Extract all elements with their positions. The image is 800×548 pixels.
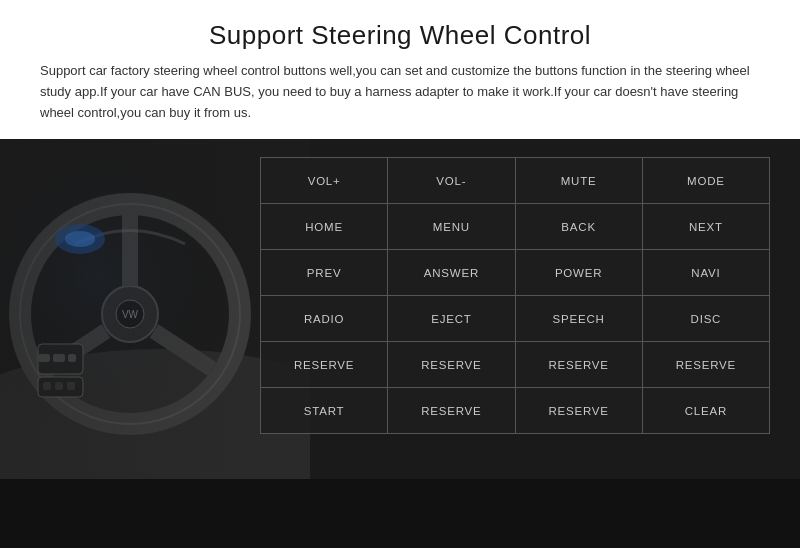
table-cell: MODE <box>642 158 769 204</box>
top-section: Support Steering Wheel Control Support c… <box>0 0 800 139</box>
table-cell: BACK <box>515 204 642 250</box>
table-cell: PREV <box>261 250 388 296</box>
table-cell: VOL+ <box>261 158 388 204</box>
control-table: VOL+VOL-MUTEMODEHOMEMENUBACKNEXTPREVANSW… <box>260 157 770 434</box>
table-cell: RADIO <box>261 296 388 342</box>
table-cell: RESERVE <box>515 388 642 434</box>
table-cell: HOME <box>261 204 388 250</box>
table-cell: RESERVE <box>261 342 388 388</box>
table-cell: START <box>261 388 388 434</box>
table-cell: SPEECH <box>515 296 642 342</box>
bottom-section: VW VOL+VOL-MUTEMODEHOMEMENUBACKNEXTPREVA… <box>0 139 800 479</box>
table-cell: RESERVE <box>388 342 515 388</box>
table-cell: RESERVE <box>388 388 515 434</box>
table-cell: ANSWER <box>388 250 515 296</box>
table-cell: RESERVE <box>515 342 642 388</box>
table-container: VOL+VOL-MUTEMODEHOMEMENUBACKNEXTPREVANSW… <box>260 157 770 434</box>
table-cell: DISC <box>642 296 769 342</box>
table-cell: NEXT <box>642 204 769 250</box>
table-cell: MENU <box>388 204 515 250</box>
table-cell: RESERVE <box>642 342 769 388</box>
page-description: Support car factory steering wheel contr… <box>40 61 760 123</box>
table-cell: EJECT <box>388 296 515 342</box>
table-cell: MUTE <box>515 158 642 204</box>
table-cell: CLEAR <box>642 388 769 434</box>
page-title: Support Steering Wheel Control <box>40 20 760 51</box>
table-cell: NAVI <box>642 250 769 296</box>
table-cell: POWER <box>515 250 642 296</box>
table-cell: VOL- <box>388 158 515 204</box>
